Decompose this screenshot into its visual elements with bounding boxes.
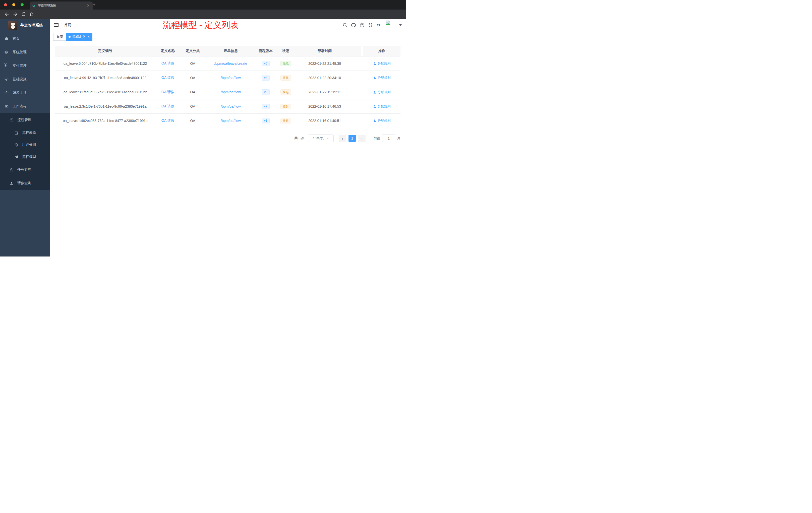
sidebar-item-task-management[interactable]: 任务管理 (0, 163, 50, 176)
tab-title: 芋道管理系统 (38, 3, 86, 8)
breadcrumb-home[interactable]: 首页 (64, 23, 165, 27)
logo-avatar (8, 21, 17, 30)
sidebar-item-process-form[interactable]: 流程表单 (0, 127, 50, 139)
sidebar-item-process-management[interactable]: 流程管理 (0, 113, 50, 127)
sidebar-item-label: 支付管理 (12, 63, 27, 68)
next-page-button[interactable]: › (358, 135, 366, 142)
column-header-version: 流程版本 (256, 49, 275, 53)
sidebar-item-process-model[interactable]: 流程模型 (0, 151, 50, 163)
sidebar-item-label: 基础设施 (12, 77, 27, 82)
robot-icon (14, 143, 18, 147)
cell-category: OA (180, 119, 205, 123)
sidebar-item-infrastructure[interactable]: 基础设施 (0, 72, 50, 86)
user-avatar[interactable] (385, 20, 395, 30)
assign-user-icon (373, 105, 376, 108)
sidebar-item-label: 用户分组 (22, 143, 36, 147)
sidebar-item-workflow[interactable]: 工作流程 (0, 100, 50, 113)
definition-name-link[interactable]: OA 请假 (162, 61, 174, 66)
chevron-down-icon (4, 92, 7, 94)
form-link[interactable]: /bpm/oa/flow (221, 119, 240, 123)
chevron-down-icon (4, 65, 7, 67)
cell-deploy-time: 2022-01-16 17:46:53 (296, 104, 353, 109)
tag-process-definition-active[interactable]: 流程定义 × (66, 33, 92, 41)
macos-minimize-button[interactable] (12, 3, 15, 6)
version-badge: v4 (262, 75, 270, 81)
form-link[interactable]: /bpm/oa/flow (221, 90, 240, 94)
status-badge: 挂起 (281, 75, 291, 81)
sidebar-item-label: 流程管理 (17, 118, 31, 122)
new-tab-button[interactable]: + (91, 2, 97, 7)
chevron-down-icon (4, 78, 7, 80)
column-header-deploy-time: 部署时间 (296, 49, 353, 53)
macos-zoom-button[interactable] (21, 3, 24, 6)
active-tag-dot (68, 36, 70, 38)
reload-icon[interactable] (21, 12, 26, 17)
sidebar-item-payment[interactable]: ¥ 支付管理 (0, 59, 50, 72)
font-size-icon[interactable]: TT (377, 23, 381, 27)
assign-rule-button[interactable]: 分配规则 (373, 61, 391, 66)
plant-favicon-icon (32, 4, 36, 7)
github-icon[interactable] (351, 23, 356, 27)
cell-definition-id: oa_leave:1:482ec033-762a-11ec-8477-a2380… (55, 119, 156, 123)
assign-user-icon (373, 119, 376, 122)
home-icon[interactable] (29, 12, 34, 17)
tag-close-icon[interactable]: × (88, 35, 90, 39)
definition-name-link[interactable]: OA 请假 (162, 76, 174, 80)
form-link[interactable]: /bpm/oa/flow (221, 104, 240, 109)
prev-page-button[interactable]: ‹ (339, 135, 346, 142)
sidebar-item-system[interactable]: ⚙ 系统管理 (0, 46, 50, 59)
definition-name-link[interactable]: OA 请假 (162, 90, 174, 94)
sidebar-fold-icon[interactable] (54, 23, 58, 27)
assign-rule-button[interactable]: 分配规则 (373, 76, 391, 80)
fullscreen-icon[interactable] (368, 23, 373, 27)
column-header-form-info: 表单信息 (205, 49, 256, 53)
cell-definition-id: oa_leave:2:3c1f0ef1-76b1-11ec-9c66-a2380… (55, 104, 156, 109)
table-row: oa_leave:1:482ec033-762a-11ec-8477-a2380… (55, 114, 401, 128)
back-icon[interactable] (4, 12, 9, 17)
avatar-dropdown-caret-icon[interactable] (399, 24, 402, 26)
sidebar-item-label: 任务管理 (17, 168, 31, 172)
tag-home[interactable]: 首页 (53, 33, 67, 41)
macos-close-button[interactable] (4, 3, 7, 6)
svg-text:?: ? (361, 24, 363, 27)
current-page-button[interactable]: 1 (348, 135, 356, 142)
workflow-submenu: 流程管理 流程表单 用户分组 流程模型 任务管理 请 (0, 113, 50, 190)
definition-name-link[interactable]: OA 请假 (162, 118, 174, 123)
sidebar-item-label: 首页 (12, 36, 20, 41)
chevron-up-icon (9, 119, 12, 121)
forward-icon[interactable] (13, 12, 18, 17)
help-icon[interactable]: ? (360, 23, 364, 27)
broken-image-icon (385, 20, 390, 26)
goto-label: 前往 (374, 136, 380, 141)
assign-user-icon (373, 76, 376, 80)
assign-rule-button[interactable]: 分配规则 (373, 118, 391, 123)
definition-name-link[interactable]: OA 请假 (162, 104, 174, 109)
sidebar-item-home[interactable]: 首页 (0, 32, 50, 46)
table-row: oa_leave:5:004b710b-7b8a-11ec-8ef0-acde4… (55, 57, 401, 71)
column-header-definition-id: 定义编号 (55, 49, 156, 53)
sidebar-logo[interactable]: 芋道管理系统 (0, 19, 50, 32)
cell-deploy-time: 2022-01-16 01:40:51 (296, 119, 353, 123)
tab-close-icon[interactable]: ✕ (86, 3, 90, 7)
pagination: 共 5 条 10条/页 ‹ 1 › 前往 页 (294, 135, 401, 142)
browser-tab[interactable]: 芋道管理系统 ✕ (30, 1, 93, 9)
status-badge: 挂起 (281, 89, 291, 95)
sidebar-item-user-group[interactable]: 用户分组 (0, 139, 50, 151)
assign-rule-button[interactable]: 分配规则 (373, 104, 391, 109)
version-badge: v1 (262, 118, 270, 123)
assign-rule-button[interactable]: 分配规则 (373, 90, 391, 94)
cell-definition-id: oa_leave:5:004b710b-7b8a-11ec-8ef0-acde4… (55, 61, 156, 65)
search-icon[interactable] (343, 23, 347, 27)
sidebar-item-leave-query[interactable]: 请假查询 (0, 176, 50, 190)
form-link[interactable]: /bpm/oa/leave/create (214, 61, 247, 65)
status-badge: 挂起 (281, 104, 291, 109)
page-size-select[interactable]: 10条/页 (308, 134, 334, 142)
column-header-category: 定义分类 (180, 49, 205, 53)
select-chevron-icon (326, 138, 329, 139)
form-link[interactable]: /bpm/oa/flow (221, 76, 240, 80)
chevron-down-icon (4, 51, 7, 53)
goto-page-input[interactable] (382, 134, 395, 142)
sidebar-item-label: 工作流程 (12, 104, 27, 109)
sidebar-item-dev-tools[interactable]: 研发工具 (0, 86, 50, 100)
chevron-up-icon (4, 105, 7, 108)
